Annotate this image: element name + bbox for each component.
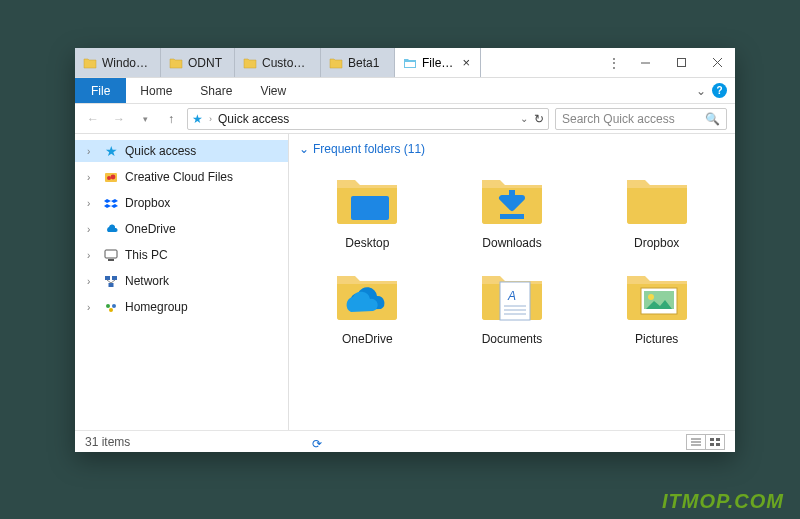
svg-point-7: [111, 175, 116, 180]
svg-rect-11: [112, 276, 117, 280]
folder-documents[interactable]: A Documents: [442, 260, 583, 350]
tab-label: Beta1: [348, 56, 384, 70]
view-toggle: [687, 434, 725, 450]
svg-point-15: [106, 304, 110, 308]
tab-label: ODNT: [188, 56, 224, 70]
network-icon: [103, 273, 119, 289]
ribbon-file-tab[interactable]: File: [75, 78, 126, 103]
svg-rect-18: [351, 196, 389, 220]
explorer-window: WindowsODNTCustom RT...Beta1File Expl...…: [75, 48, 735, 452]
folder-downloads[interactable]: Downloads: [442, 164, 583, 254]
tab-3[interactable]: Beta1: [321, 48, 395, 77]
search-input[interactable]: Search Quick access 🔍: [555, 108, 727, 130]
group-title: Frequent folders (11): [313, 142, 425, 156]
tab-2[interactable]: Custom RT...: [235, 48, 321, 77]
svg-rect-8: [105, 250, 117, 258]
star-icon: ★: [192, 112, 203, 126]
nav-item-quick-access[interactable]: ›★Quick access: [75, 140, 288, 162]
nav-item-homegroup[interactable]: ›Homegroup: [75, 296, 288, 318]
forward-button[interactable]: →: [109, 109, 129, 129]
group-header[interactable]: ⌄ Frequent folders (11): [289, 134, 735, 160]
maximize-button[interactable]: [663, 48, 699, 77]
folder-icon: [243, 56, 257, 70]
svg-point-17: [109, 308, 113, 312]
nav-item-creative-cloud-files[interactable]: ›Creative Cloud Files: [75, 166, 288, 188]
chevron-right-icon[interactable]: ›: [87, 224, 97, 235]
nav-item-this-pc[interactable]: ›This PC: [75, 244, 288, 266]
tab-1[interactable]: ODNT: [161, 48, 235, 77]
svg-rect-32: [710, 438, 714, 441]
folder-grid: Desktop Downloads Dropbox OneDrive A Doc…: [289, 160, 735, 358]
folder-desktop[interactable]: Desktop: [297, 164, 438, 254]
icons-view-button[interactable]: [705, 434, 725, 450]
chevron-right-icon[interactable]: ›: [87, 302, 97, 313]
svg-rect-2: [677, 59, 685, 67]
nav-item-dropbox[interactable]: ›Dropbox: [75, 192, 288, 214]
svg-rect-34: [710, 443, 714, 446]
status-item-count: 31 items: [85, 435, 130, 449]
svg-rect-9: [108, 259, 114, 261]
close-icon[interactable]: ×: [462, 56, 470, 69]
svg-rect-33: [716, 438, 720, 441]
folder-icon: [329, 56, 343, 70]
nav-item-label: This PC: [125, 248, 168, 262]
folder-onedrive[interactable]: OneDrive: [297, 260, 438, 350]
svg-point-28: [648, 294, 654, 300]
nav-item-network[interactable]: ›Network: [75, 270, 288, 292]
address-text: Quick access: [218, 112, 514, 126]
back-button[interactable]: ←: [83, 109, 103, 129]
chevron-down-icon: ⌄: [299, 142, 309, 156]
chevron-right-icon[interactable]: ›: [87, 146, 97, 157]
search-placeholder: Search Quick access: [562, 112, 699, 126]
window-controls: ⋮: [601, 48, 735, 77]
folder-icon: [169, 56, 183, 70]
chevron-right-icon[interactable]: ›: [87, 250, 97, 261]
address-dropdown-icon[interactable]: ⌄: [520, 113, 528, 124]
folder-label: Pictures: [635, 332, 678, 346]
minimize-button[interactable]: [627, 48, 663, 77]
folder-pictures[interactable]: Pictures: [586, 260, 727, 350]
dropbox-icon: [103, 195, 119, 211]
svg-line-14: [111, 280, 115, 283]
tab-label: Custom RT...: [262, 56, 310, 70]
folder-label: Dropbox: [634, 236, 679, 250]
cc-icon: [103, 169, 119, 185]
up-button[interactable]: ↑: [161, 109, 181, 129]
refresh-icon[interactable]: ↻: [534, 112, 544, 126]
watermark: ITMOP.COM: [662, 490, 784, 513]
nav-item-onedrive[interactable]: ›OneDrive: [75, 218, 288, 240]
homegroup-icon: [103, 299, 119, 315]
folder-icon: [476, 168, 548, 230]
recent-locations-button[interactable]: ▾: [135, 109, 155, 129]
folder-dropbox[interactable]: Dropbox: [586, 164, 727, 254]
nav-item-label: Quick access: [125, 144, 196, 158]
ribbon-file-label: File: [91, 84, 110, 98]
svg-rect-35: [716, 443, 720, 446]
ribbon-expand-icon[interactable]: ⌄: [696, 84, 706, 98]
ribbon-tab-view[interactable]: View: [246, 78, 300, 103]
folder-icon: A: [476, 264, 548, 326]
svg-text:A: A: [507, 289, 516, 303]
ribbon-tab-share[interactable]: Share: [186, 78, 246, 103]
folder-label: Documents: [482, 332, 543, 346]
help-icon[interactable]: ?: [712, 83, 727, 98]
chevron-right-icon[interactable]: ›: [87, 172, 97, 183]
address-bar: ← → ▾ ↑ ★ › Quick access ⌄ ↻ Search Quic…: [75, 104, 735, 134]
chevron-right-icon[interactable]: ›: [87, 276, 97, 287]
close-button[interactable]: [699, 48, 735, 77]
search-icon: 🔍: [705, 112, 720, 126]
folder-icon: [621, 168, 693, 230]
tab-overflow-button[interactable]: ⋮: [601, 48, 627, 77]
ribbon-tab-home[interactable]: Home: [126, 78, 186, 103]
status-bar: 31 items: [75, 430, 735, 452]
folder-icon: [403, 56, 417, 70]
tab-4[interactable]: File Expl...×: [395, 48, 481, 77]
svg-rect-12: [109, 283, 114, 287]
address-field[interactable]: ★ › Quick access ⌄ ↻: [187, 108, 549, 130]
details-view-button[interactable]: [686, 434, 706, 450]
chevron-right-icon[interactable]: ›: [87, 198, 97, 209]
svg-rect-20: [500, 214, 524, 219]
ribbon: File HomeShareView ⌄ ?: [75, 78, 735, 104]
tab-0[interactable]: Windows: [75, 48, 161, 77]
folder-icon: [621, 264, 693, 326]
